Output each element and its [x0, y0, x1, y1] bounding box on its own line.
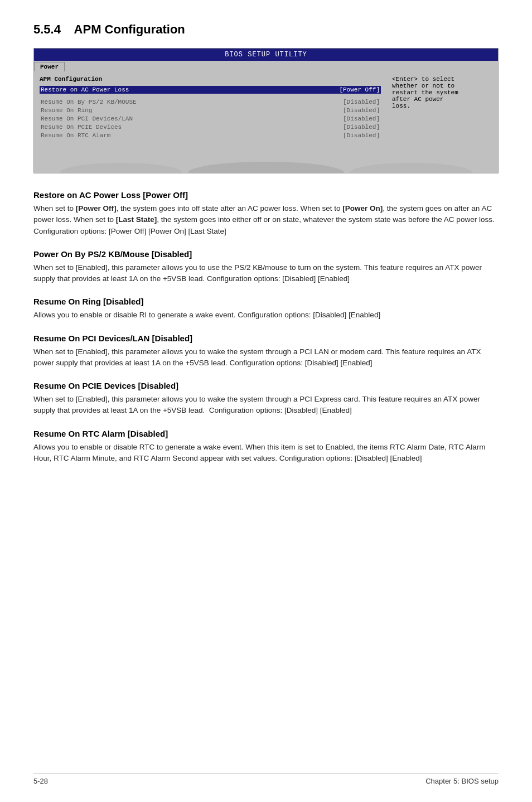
section-power-on-kb-heading: Power On By PS/2 KB/Mouse [Disabled]: [33, 249, 499, 259]
section-resume-rtc-heading: Resume On RTC Alarm [Disabled]: [33, 429, 499, 438]
bios-row-2: Resume On Ring [Disabled]: [40, 107, 381, 114]
section-resume-pcie-body: When set to [Enabled], this parameter al…: [33, 394, 499, 417]
bios-row-0-label: Restore on AC Power Loss: [41, 86, 141, 93]
bios-content-area: APM Configuration Restore on AC Power Lo…: [34, 71, 498, 161]
svg-point-2: [350, 163, 472, 173]
bios-right-panel: <Enter> to select whether or not to rest…: [386, 71, 498, 161]
bios-row-5: Resume On RTC Alarm [Disabled]: [40, 132, 381, 139]
section-resume-rtc-body: Allows you to enable or disable RTC to g…: [33, 442, 499, 465]
bios-section-header-text: APM Configuration: [40, 76, 102, 83]
section-heading-text: APM Configuration: [74, 22, 185, 36]
bios-section-header: APM Configuration: [40, 76, 381, 83]
bios-row-0: Restore on AC Power Loss [Power Off]: [40, 86, 381, 94]
bios-row-4-value: [Disabled]: [343, 124, 380, 131]
page-footer: 5-28 Chapter 5: BIOS setup: [33, 773, 499, 785]
bios-wave-area: [34, 161, 498, 173]
bios-wave-svg: [34, 161, 498, 173]
section-restore-ac: Restore on AC Power Loss [Power Off] Whe…: [33, 190, 499, 237]
bios-row-3: Resume On PCI Devices/LAN [Disabled]: [40, 115, 381, 123]
bios-title-bar: BIOS SETUP UTILITY: [34, 49, 498, 61]
section-power-on-kb: Power On By PS/2 KB/Mouse [Disabled] Whe…: [33, 249, 499, 285]
section-resume-pcie: Resume On PCIE Devices [Disabled] When s…: [33, 381, 499, 417]
bios-row-2-label: Resume On Ring: [41, 107, 141, 114]
bios-row-0-value: [Power Off]: [339, 86, 380, 93]
bios-tab-power[interactable]: Power: [34, 62, 65, 71]
bios-row-1-value: [Disabled]: [343, 99, 380, 105]
bios-row-1: Resume On By PS/2 KB/MOUSE [Disabled]: [40, 98, 381, 106]
bios-tab-row: Power: [34, 61, 498, 71]
section-restore-ac-heading: Restore on AC Power Loss [Power Off]: [33, 190, 499, 200]
section-restore-ac-body: When set to [Power Off], the system goes…: [33, 203, 499, 237]
section-resume-pcie-heading: Resume On PCIE Devices [Disabled]: [33, 381, 499, 390]
bios-tab-label: Power: [40, 64, 59, 70]
bios-row-4-label: Resume On PCIE Devices: [41, 124, 141, 131]
bios-row-5-label: Resume On RTC Alarm: [41, 132, 141, 139]
svg-point-1: [188, 162, 344, 173]
bios-screenshot: BIOS SETUP UTILITY Power APM Configurati…: [33, 48, 499, 173]
svg-point-0: [60, 163, 182, 173]
section-resume-ring-heading: Resume On Ring [Disabled]: [33, 297, 499, 306]
section-power-on-kb-body: When set to [Enabled], this parameter al…: [33, 262, 499, 285]
bios-row-4: Resume On PCIE Devices [Disabled]: [40, 123, 381, 131]
bios-title-text: BIOS SETUP UTILITY: [225, 51, 307, 59]
section-resume-rtc: Resume On RTC Alarm [Disabled] Allows yo…: [33, 429, 499, 465]
section-title: 5.5.4 APM Configuration: [33, 22, 499, 37]
section-resume-ring-body: Allows you to enable or disable RI to ge…: [33, 310, 499, 321]
bios-help-text: <Enter> to select whether or not to rest…: [392, 76, 458, 109]
bios-row-3-label: Resume On PCI Devices/LAN: [41, 115, 141, 122]
footer-page-number: 5-28: [33, 777, 48, 785]
bios-row-3-value: [Disabled]: [343, 115, 380, 122]
bios-row-5-value: [Disabled]: [343, 132, 380, 139]
bios-left-panel: APM Configuration Restore on AC Power Lo…: [34, 71, 386, 161]
section-number: 5.5.4: [33, 22, 61, 36]
section-resume-ring: Resume On Ring [Disabled] Allows you to …: [33, 297, 499, 321]
footer-chapter: Chapter 5: BIOS setup: [425, 777, 499, 785]
section-resume-pci-heading: Resume On PCI Devices/LAN [Disabled]: [33, 334, 499, 343]
bios-row-1-label: Resume On By PS/2 KB/MOUSE: [41, 99, 141, 105]
bios-row-2-value: [Disabled]: [343, 107, 380, 114]
section-resume-pci: Resume On PCI Devices/LAN [Disabled] Whe…: [33, 334, 499, 369]
section-resume-pci-body: When set to [Enabled], this parameter al…: [33, 346, 499, 369]
